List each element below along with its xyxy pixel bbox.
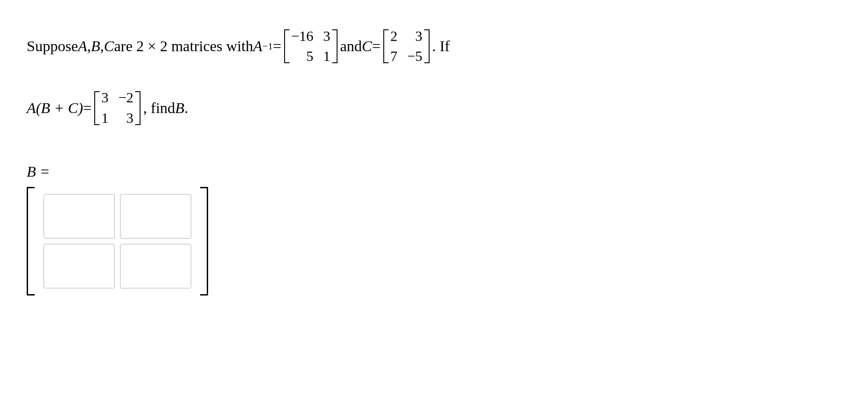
problem-line1: Suppose A , B , C are 2 × 2 matrices wit… xyxy=(27,27,841,66)
b-equals-label: B = xyxy=(27,163,841,180)
bracket-right-ABC xyxy=(135,91,141,125)
Ainv-r1c1: −16 xyxy=(291,27,313,46)
problem-line2: A (B + C) = 3 −2 1 3 , find B . xyxy=(27,88,841,127)
find-text: , find xyxy=(143,100,175,117)
answer-r1c1[interactable] xyxy=(44,194,115,239)
matrix-C: 2 3 7 −5 xyxy=(383,27,430,66)
ABC-r2c2: 3 xyxy=(118,109,133,128)
C-r1c2: 3 xyxy=(407,27,422,46)
answer-matrix-grid xyxy=(35,187,200,296)
line2-B: B xyxy=(175,100,185,117)
bracket-right-C xyxy=(424,29,430,63)
equals2: = xyxy=(372,38,381,55)
bracket-left-ABC xyxy=(94,91,100,125)
answer-r1c2[interactable] xyxy=(120,194,191,239)
bracket-right-Ainv xyxy=(332,29,338,63)
Ainv-r2c2: 1 xyxy=(323,47,330,66)
if-text: . If xyxy=(432,38,450,55)
answer-bracket-right xyxy=(200,187,208,296)
matrix-C-grid: 2 3 7 −5 xyxy=(390,27,422,66)
C-r1c1: 2 xyxy=(390,27,398,46)
C-r2c1: 7 xyxy=(390,47,398,66)
equals1: = xyxy=(273,38,281,55)
sup-inv: −1 xyxy=(262,40,273,52)
ABC-r1c2: −2 xyxy=(118,88,133,107)
var-B: B xyxy=(91,38,100,55)
Ainv-r1c2: 3 xyxy=(323,27,330,46)
var-A: A xyxy=(78,38,87,55)
answer-section: B = xyxy=(27,163,841,299)
b-equals-text: B = xyxy=(27,163,50,180)
var-C: C xyxy=(104,38,114,55)
var-C2: C xyxy=(362,38,372,55)
answer-r2c2[interactable] xyxy=(120,244,191,288)
problem-container: Suppose A , B , C are 2 × 2 matrices wit… xyxy=(27,18,841,308)
and-text: and xyxy=(340,38,362,55)
bracket-left-Ainv xyxy=(284,29,289,63)
bracket-left-C xyxy=(383,29,389,63)
matrix-Ainv: −16 3 5 1 xyxy=(284,27,338,66)
line2-A: A xyxy=(27,100,36,117)
suppose-text: Suppose xyxy=(27,38,78,55)
matrices-text: are 2 × 2 matrices with xyxy=(114,38,253,55)
line2-eq: = xyxy=(83,100,92,117)
answer-bracket-left xyxy=(27,187,35,296)
ABC-r1c1: 3 xyxy=(101,88,108,107)
matrix-Ainv-grid: −16 3 5 1 xyxy=(291,27,330,66)
comma1: , xyxy=(87,38,91,55)
period: . xyxy=(185,100,189,117)
answer-matrix xyxy=(27,187,208,296)
matrix-ABC: 3 −2 1 3 xyxy=(94,88,141,127)
answer-r2c1[interactable] xyxy=(44,244,115,288)
comma2: , xyxy=(100,38,104,55)
line2-BC: (B + C) xyxy=(36,100,83,117)
C-r2c2: −5 xyxy=(407,47,422,66)
Ainv-r2c1: 5 xyxy=(291,47,313,66)
matrix-ABC-grid: 3 −2 1 3 xyxy=(101,88,133,127)
var-A2: A xyxy=(253,38,262,55)
ABC-r2c1: 1 xyxy=(101,109,108,128)
